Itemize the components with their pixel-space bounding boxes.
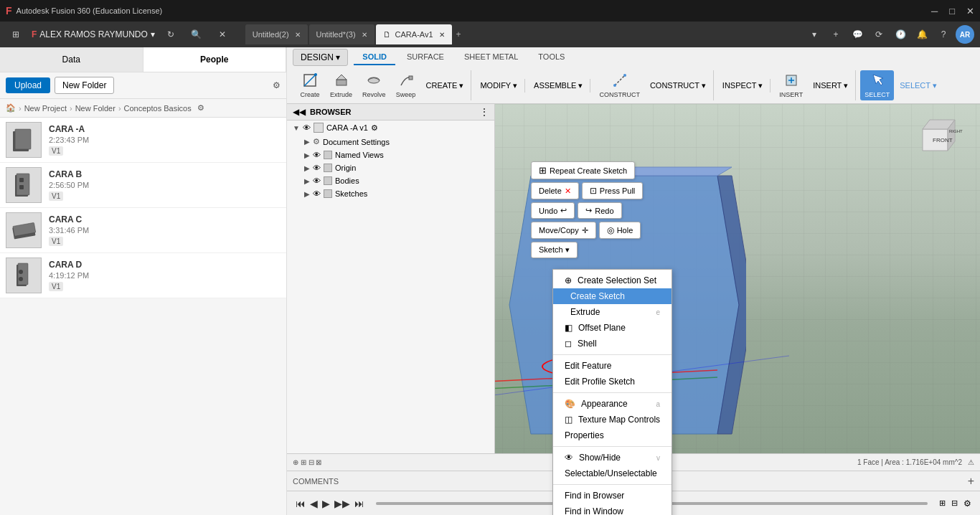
nav-help-btn[interactable]: ? (934, 25, 953, 44)
ribbon-assemble-dropdown[interactable]: ASSEMBLE ▾ (529, 79, 587, 93)
ribbon-extrude-btn[interactable]: Extrude (326, 70, 357, 100)
tree-eye-icon[interactable]: 👁 (303, 123, 311, 132)
comments-add-btn[interactable]: + (968, 475, 974, 488)
hole-btn[interactable]: ◎ Hole (599, 222, 641, 239)
tree-item-named-views[interactable]: ▶ 👁 Named Views (287, 148, 494, 161)
ribbon-create-sketch-btn[interactable]: Create (296, 70, 324, 100)
ctx-extrude[interactable]: Extrude e (553, 304, 672, 320)
tree-item-origin[interactable]: ▶ 👁 Origin (287, 161, 494, 174)
search-btn[interactable]: 🔍 (187, 24, 207, 44)
play-next-btn[interactable]: ▶▶ (334, 498, 350, 509)
tree-eye-sketches[interactable]: 👁 (313, 189, 321, 198)
close-panel-btn[interactable]: ✕ (212, 24, 232, 44)
list-item[interactable]: CARA D 4:19:12 PM V1 (0, 253, 286, 298)
ribbon-tab-solid[interactable]: SOLID (354, 49, 395, 65)
tree-arrow-bodies[interactable]: ▶ (304, 177, 310, 185)
ribbon-construct-btn[interactable]: CONSTRUCT (595, 70, 644, 100)
list-item[interactable]: CARA -A 2:23:43 PM V1 (0, 118, 286, 163)
user-avatar[interactable]: AR (956, 25, 974, 44)
ctx-properties[interactable]: Properties (553, 427, 672, 443)
nav-plus-btn[interactable]: + (826, 25, 845, 44)
minimize-btn[interactable]: ─ (931, 6, 938, 16)
tab-cara-av1[interactable]: 🗋 CARA-Av1 ✕ (376, 24, 452, 44)
press-pull-btn[interactable]: ⊡ Press Pull (582, 182, 644, 199)
viewport-canvas[interactable]: ◀◀ BROWSER ⋮ ▼ 👁 CARA -A v1 ⚙ ▶ (287, 104, 980, 471)
ribbon-tab-tools[interactable]: TOOLS (529, 49, 573, 65)
tab-add-btn[interactable]: + (453, 29, 464, 39)
refresh-btn[interactable]: ↻ (161, 24, 181, 44)
ribbon-select-dropdown[interactable]: SELECT ▾ (895, 79, 941, 93)
ctx-create-sketch[interactable]: Create Sketch (553, 288, 672, 304)
tree-item-doc-settings[interactable]: ▶ ⚙ Document Settings (287, 135, 494, 148)
ribbon-construct-dropdown[interactable]: CONSTRUCT ▾ (646, 79, 710, 93)
nav-sync-btn[interactable]: ⟳ (870, 25, 888, 44)
timeline-settings-btn[interactable]: ⚙ (963, 499, 971, 509)
play-prev-btn[interactable]: ◀ (310, 498, 318, 509)
ctx-shell[interactable]: ◻ Shell (553, 336, 672, 351)
close-btn[interactable]: ✕ (966, 6, 974, 16)
nav-clock-btn[interactable]: 🕐 (891, 25, 910, 44)
tab-data[interactable]: Data (0, 47, 143, 72)
ribbon-modify-dropdown[interactable]: MODIFY ▾ (476, 79, 522, 93)
design-mode-btn[interactable]: DESIGN ▾ (293, 49, 348, 66)
ribbon-insert-dropdown[interactable]: INSERT ▾ (809, 79, 852, 93)
tree-arrow-doc[interactable]: ▶ (304, 138, 310, 146)
tab-close-untitled2[interactable]: ✕ (295, 31, 301, 39)
user-area[interactable]: F ALEX RAMOS RAYMUNDO ▾ (32, 29, 155, 39)
browser-options-btn[interactable]: ⋮ (480, 107, 489, 117)
ctx-edit-feature[interactable]: Edit Feature (553, 358, 672, 374)
ribbon-tab-sheetmetal[interactable]: SHEET METAL (456, 49, 527, 65)
upload-btn[interactable]: Upload (6, 77, 50, 93)
maximize-btn[interactable]: □ (949, 6, 955, 16)
ctx-show-hide[interactable]: 👁 Show/Hide v (553, 450, 672, 466)
play-play-btn[interactable]: ▶ (322, 498, 330, 509)
new-folder-btn[interactable]: New Folder (55, 77, 114, 94)
ribbon-revolve-btn[interactable]: Revolve (358, 70, 390, 100)
nav-dropdown-btn[interactable]: ▾ (805, 25, 824, 44)
ctx-selectable[interactable]: Selectable/Unselectable (553, 466, 672, 481)
play-first-btn[interactable]: ⏮ (296, 498, 306, 509)
ribbon-inspect-dropdown[interactable]: INSPECT ▾ (718, 79, 768, 93)
tab-untitled2[interactable]: Untitled(2) ✕ (245, 24, 308, 44)
ribbon-insert-btn[interactable]: INSERT (775, 70, 807, 100)
panel-settings-icon[interactable]: ⚙ (273, 80, 281, 90)
breadcrumb-home[interactable]: 🏠 (6, 103, 16, 113)
tree-eye-bodies[interactable]: 👁 (313, 176, 321, 185)
ribbon-sweep-btn[interactable]: Sweep (392, 70, 420, 100)
ctx-create-selection-set[interactable]: ⊕ Create Selection Set (553, 273, 672, 288)
breadcrumb-settings-icon[interactable]: ⚙ (197, 103, 204, 113)
user-dropdown-icon[interactable]: ▾ (151, 29, 155, 39)
delete-btn[interactable]: Delete ✕ (531, 182, 579, 199)
browser-collapse-btn[interactable]: ◀◀ (293, 107, 306, 117)
tree-arrow-views[interactable]: ▶ (304, 151, 310, 159)
move-copy-btn[interactable]: Move/Copy ✛ (531, 222, 596, 239)
sketch-dropdown[interactable]: Sketch ▾ (531, 242, 578, 258)
ctx-appearance[interactable]: 🎨 Appearance a (553, 396, 672, 412)
ctx-find-browser[interactable]: Find in Browser (553, 488, 672, 504)
repeat-create-sketch-btn[interactable]: ⊞ Repeat Create Sketch (531, 161, 635, 179)
tree-item-sketches[interactable]: ▶ 👁 Sketches (287, 187, 494, 200)
ctx-find-window[interactable]: Find in Window (553, 504, 672, 515)
ctx-offset-plane[interactable]: ◧ Offset Plane (553, 320, 672, 336)
tree-eye-origin[interactable]: 👁 (313, 164, 321, 172)
grid-menu-btn[interactable]: ⊞ (6, 24, 26, 44)
tree-arrow-root[interactable]: ▼ (293, 124, 300, 132)
title-controls[interactable]: ─ □ ✕ (931, 6, 974, 16)
nav-bell-btn[interactable]: 🔔 (913, 25, 931, 44)
viewcube[interactable]: FRONT RIGHT (908, 111, 966, 161)
tree-item-bodies[interactable]: ▶ 👁 Bodies (287, 174, 494, 187)
tree-settings-root[interactable]: ⚙ (371, 123, 378, 133)
tree-eye-views[interactable]: 👁 (313, 151, 321, 159)
breadcrumb-new-folder[interactable]: New Folder (75, 104, 116, 113)
tree-arrow-origin[interactable]: ▶ (304, 164, 310, 172)
tree-arrow-sketches[interactable]: ▶ (304, 190, 310, 198)
tab-close-cara[interactable]: ✕ (439, 31, 445, 39)
redo-btn[interactable]: ↪ Redo (578, 202, 621, 219)
tab-people[interactable]: People (143, 47, 287, 72)
tab-untitled3[interactable]: Untitled*(3) ✕ (309, 24, 374, 44)
play-last-btn[interactable]: ⏭ (354, 498, 364, 509)
tab-close-untitled3[interactable]: ✕ (362, 31, 367, 39)
ctx-texture-map[interactable]: ◫ Texture Map Controls (553, 412, 672, 427)
tree-item-root[interactable]: ▼ 👁 CARA -A v1 ⚙ (287, 121, 494, 135)
ribbon-tab-surface[interactable]: SURFACE (398, 49, 453, 65)
